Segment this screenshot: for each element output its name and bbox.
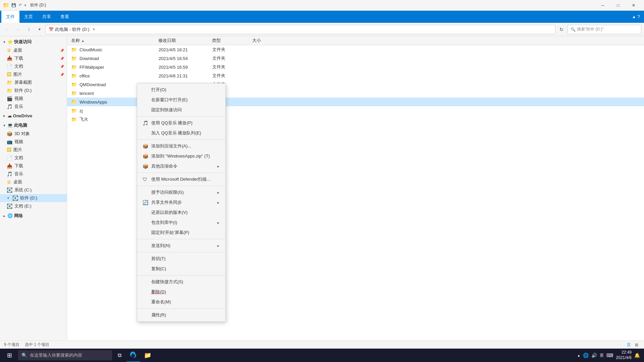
taskbar-search[interactable]: 🔍 在这里输入你要搜索的内容 [18, 350, 112, 360]
ctx-qqmusic-queue[interactable]: 加入 QQ音乐 播放队列(E) [137, 128, 225, 138]
sidebar-item-desktop2[interactable]: 🖥 桌面 [0, 178, 67, 186]
ctx-create-shortcut-label: 创建快捷方式(S) [151, 279, 183, 285]
keyboard-icon[interactable]: ⌨ [606, 353, 613, 358]
recent-locations[interactable]: ▼ [35, 25, 44, 34]
quick-access-dropdown[interactable]: ▾ [24, 3, 26, 7]
minimize-button[interactable]: ─ [595, 0, 610, 11]
up-button[interactable]: ↑ [24, 25, 34, 34]
ctx-rename[interactable]: 重命名(M) [137, 297, 225, 307]
tab-home[interactable]: 主页 [19, 11, 38, 23]
quick-access-save[interactable]: 💾 [11, 3, 16, 7]
tab-file[interactable]: 文件 [1, 11, 19, 23]
folder-icon: 📥 [7, 56, 12, 61]
sidebar-item-3d[interactable]: 📦 3D 对象 [0, 130, 67, 138]
file-explorer-taskbar[interactable]: 📁 [141, 349, 154, 362]
ctx-include-library[interactable]: 包含到库中(I) ► [137, 218, 225, 228]
sync-icon: 🔄 [143, 200, 149, 205]
ctx-copy[interactable]: 复制(C) [137, 264, 225, 274]
ctx-grant-access[interactable]: 授予访问权限(G) ► [137, 187, 225, 197]
ctx-add-archive[interactable]: 📦 添加到压缩文件(A)... [137, 141, 225, 151]
sidebar-item-c-drive[interactable]: 💽 系统 (C:) [0, 186, 67, 194]
ctx-other-compress[interactable]: 📦 其他压缩命令 ► [137, 161, 225, 171]
back-button[interactable]: ← [3, 25, 12, 34]
ctx-grant-access-label: 授予访问权限(G) [151, 189, 184, 195]
sidebar-onedrive[interactable]: ► ☁ OneDrive [0, 112, 67, 120]
volume-icon[interactable]: 🔊 [591, 353, 597, 358]
sidebar-item-downloads[interactable]: 📥 下载 📌 [0, 54, 67, 62]
col-type-header[interactable]: 类型 [212, 38, 252, 44]
refresh-button[interactable]: ↻ [557, 25, 566, 34]
ribbon-help[interactable]: ? [637, 14, 640, 19]
sidebar-item-d-drive[interactable]: 📁 软件 (D:) [0, 86, 67, 95]
sidebar-item-music2[interactable]: 🎵 音乐 [0, 170, 67, 178]
close-button[interactable]: ✕ [626, 0, 641, 11]
col-date-header[interactable]: 修改日期 [158, 38, 212, 44]
ctx-divider [137, 275, 225, 276]
ctx-qqmusic-play[interactable]: 🎵 使用 QQ音乐 播放(P) [137, 118, 225, 128]
ctx-folder-sync[interactable]: 🔄 共享文件夹同步 ► [137, 197, 225, 207]
pin-icon: 📌 [60, 65, 64, 68]
chevron-icon: ► [3, 114, 6, 118]
sidebar-item-pictures[interactable]: 🖼 图片 📌 [0, 70, 67, 78]
sidebar-item-documents-label: 文档 [14, 63, 23, 69]
file-row[interactable]: 📁 Download 2021/4/5 16:54 文件夹 [67, 54, 644, 63]
ctx-cut[interactable]: 剪切(T) [137, 254, 225, 264]
ctx-open[interactable]: 打开(O) [137, 85, 225, 95]
list-view-button[interactable]: ☰ [625, 342, 632, 348]
sidebar-item-music-label: 音乐 [14, 104, 23, 110]
sidebar-quick-access[interactable]: ▼ ⭐ 快速访问 [0, 38, 67, 46]
folder-icon: 📄 [7, 155, 12, 161]
col-name-header[interactable]: 名称 ▲ [71, 38, 158, 44]
network-icon[interactable]: 🌐 [583, 353, 589, 358]
file-row[interactable]: 📁 CloudMusic 2021/4/5 16:21 文件夹 [67, 45, 644, 54]
sidebar-item-videos[interactable]: 🎬 视频 [0, 95, 67, 103]
sidebar-item-downloads2[interactable]: 📥 下载 [0, 162, 67, 170]
sidebar-item-video2[interactable]: 📺 视频 [0, 138, 67, 146]
ctx-restore-version[interactable]: 还原以前的版本(V) [137, 207, 225, 218]
start-button[interactable]: ⊞ [1, 349, 17, 362]
col-size-header[interactable]: 大小 [252, 38, 286, 44]
quick-access-undo[interactable]: ↶ [19, 3, 22, 7]
path-chevron[interactable]: ▼ [92, 27, 96, 31]
ctx-defender-scan[interactable]: 🛡 使用 Microsoft Defender扫描... [137, 174, 225, 184]
lang-indicator[interactable]: 英 [600, 353, 604, 358]
sidebar-item-e-drive[interactable]: 💽 文档 (E:) [0, 202, 67, 210]
sidebar-item-desktop[interactable]: 🖥 桌面 📌 [0, 46, 67, 54]
ctx-open-new-window[interactable]: 在新窗口中打开(E) [137, 95, 225, 105]
sidebar-item-pictures2-label: 图片 [13, 147, 22, 153]
sidebar-item-documents[interactable]: 📄 文档 📌 [0, 62, 67, 70]
sidebar-item-screenshots[interactable]: 📁 屏幕截图 [0, 78, 67, 86]
path-drive[interactable]: 软件 (D:) [72, 26, 89, 33]
tab-share[interactable]: 共享 [38, 11, 56, 23]
ribbon-collapse[interactable]: ▲ [632, 14, 636, 19]
file-row[interactable]: 📁 office 2021/4/6 21:31 文件夹 [67, 71, 644, 80]
task-view-button[interactable]: ⧉ [113, 349, 126, 362]
grid-view-button[interactable]: ⊞ [633, 342, 640, 348]
sidebar-this-pc[interactable]: ▼ 💻 此电脑 [0, 121, 67, 130]
forward-button[interactable]: → [13, 25, 23, 34]
ctx-create-shortcut[interactable]: 创建快捷方式(S) [137, 277, 225, 287]
ctx-add-zip[interactable]: 📦 添加到 "WindowsApps.zip" (T) [137, 151, 225, 161]
sidebar-item-music[interactable]: 🎵 音乐 [0, 103, 67, 111]
search-box[interactable]: 🔍 搜索"软件 (D:)" [568, 25, 641, 34]
taskbar-clock[interactable]: 22:49 2021/4/6 [616, 350, 632, 360]
path-this-pc[interactable]: 此电脑 [55, 26, 68, 33]
ctx-delete[interactable]: 删除(D) [137, 287, 225, 297]
file-row[interactable]: 📁 FFWallpaper 2021/4/5 16:59 文件夹 [67, 63, 644, 71]
sidebar-item-pictures2[interactable]: 🖼 图片 [0, 146, 67, 154]
edge-button[interactable] [127, 349, 140, 362]
folder-icon: 🖼 [7, 147, 11, 153]
maximize-button[interactable]: □ [610, 0, 626, 11]
sidebar-network-label: 🌐 网络 [7, 213, 23, 219]
sidebar-item-d-drive2[interactable]: ▼ 💽 软件 (D:) [0, 194, 67, 202]
system-tray-arrow[interactable]: ▲ [577, 354, 580, 357]
ctx-pin-quick-access[interactable]: 固定到快速访问 [137, 105, 225, 115]
ctx-properties[interactable]: 属性(R) [137, 310, 225, 320]
ctx-pin-start[interactable]: 固定到'开始'屏幕(P) [137, 228, 225, 238]
address-path[interactable]: 📅 此电脑 › 软件 (D:) ▼ [46, 25, 555, 34]
ctx-send-to[interactable]: 发送到(N) ► [137, 241, 225, 251]
tab-view[interactable]: 查看 [56, 11, 74, 23]
notification-icon[interactable]: 🔔 [634, 353, 640, 358]
sidebar-item-documents2[interactable]: 📄 文档 [0, 154, 67, 162]
sidebar-network[interactable]: ► 🌐 网络 [0, 212, 67, 220]
